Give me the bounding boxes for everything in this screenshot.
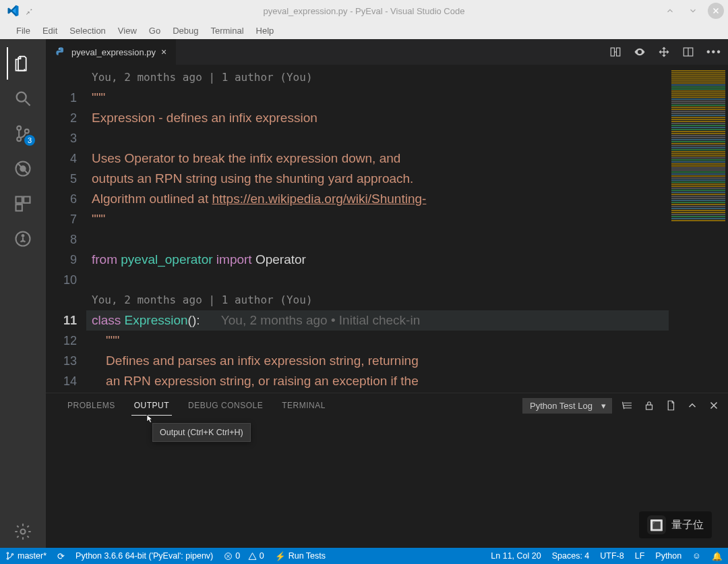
- line-gutter: 1 2 3 4 5 6 7 8 9 10 11 12 13 14: [46, 65, 86, 393]
- svg-point-10: [22, 234, 25, 237]
- activity-gitlens[interactable]: [7, 223, 39, 255]
- status-encoding[interactable]: UTF-8: [595, 548, 629, 564]
- activity-source-control[interactable]: 3: [7, 117, 39, 150]
- open-log-file-icon[interactable]: [665, 399, 677, 412]
- editor-actions: •••: [609, 39, 728, 65]
- inline-blame: You, 2 months ago • Initial check-in: [221, 313, 420, 327]
- compare-changes-icon[interactable]: [609, 46, 621, 58]
- more-actions-icon[interactable]: •••: [706, 46, 719, 58]
- menu-selection[interactable]: Selection: [64, 24, 111, 37]
- lock-scroll-icon[interactable]: [643, 399, 655, 412]
- minimap[interactable]: [669, 65, 728, 393]
- window-title: pyeval_expression.py - PyEval - Visual S…: [0, 6, 728, 16]
- menu-go[interactable]: Go: [144, 24, 166, 37]
- pin-icon[interactable]: [24, 6, 34, 16]
- output-channel-select[interactable]: Python Test Log: [522, 398, 612, 414]
- panel-tab-problems[interactable]: PROBLEMS: [58, 401, 125, 410]
- panel-maximize-icon[interactable]: [686, 399, 698, 412]
- clear-output-icon[interactable]: [621, 399, 634, 412]
- panel-tab-output[interactable]: OUTPUT: [125, 401, 179, 410]
- close-button[interactable]: [708, 3, 724, 19]
- panel-close-icon[interactable]: [708, 399, 720, 412]
- svg-point-5: [20, 165, 26, 171]
- status-run-tests[interactable]: ⚡Run Tests: [270, 548, 331, 564]
- activity-bar: 3: [0, 39, 46, 548]
- warning-icon: [248, 552, 257, 561]
- svg-point-17: [7, 553, 8, 554]
- svg-rect-6: [16, 197, 22, 203]
- svg-rect-16: [646, 405, 653, 410]
- titlebar: pyeval_expression.py - PyEval - Visual S…: [0, 0, 728, 22]
- svg-rect-8: [16, 204, 22, 210]
- error-icon: [224, 552, 233, 561]
- svg-point-1: [17, 126, 21, 130]
- python-file-icon: [55, 47, 66, 57]
- svg-rect-13: [611, 48, 614, 56]
- codelens-class[interactable]: You, 2 months ago | 1 author (You): [86, 290, 669, 310]
- status-eol[interactable]: LF: [630, 548, 650, 564]
- scm-badge: 3: [24, 135, 35, 146]
- activity-extensions[interactable]: [7, 188, 39, 220]
- svg-point-11: [21, 530, 26, 534]
- svg-point-0: [17, 92, 26, 102]
- status-cursor-position[interactable]: Ln 11, Col 20: [485, 548, 546, 564]
- code-content[interactable]: You, 2 months ago | 1 author (You) """ E…: [86, 65, 669, 393]
- menu-file[interactable]: File: [11, 24, 36, 37]
- menubar: File Edit Selection View Go Debug Termin…: [0, 22, 728, 39]
- maximize-button[interactable]: [685, 3, 701, 19]
- tab-filename: pyeval_expression.py: [71, 47, 156, 57]
- editor[interactable]: 1 2 3 4 5 6 7 8 9 10 11 12 13 14: [46, 65, 728, 393]
- svg-point-19: [11, 554, 13, 555]
- svg-point-18: [7, 558, 8, 559]
- menu-terminal[interactable]: Terminal: [205, 24, 249, 37]
- status-problems[interactable]: 0 0: [218, 548, 269, 564]
- tabbar: pyeval_expression.py × •••: [46, 39, 728, 65]
- activity-search[interactable]: [7, 82, 39, 115]
- menu-debug[interactable]: Debug: [167, 24, 204, 37]
- watermark-logo-icon: 🔳: [647, 515, 666, 534]
- svg-rect-7: [24, 197, 30, 203]
- activity-explorer[interactable]: [7, 47, 39, 80]
- codelens-file[interactable]: You, 2 months ago | 1 author (You): [86, 67, 669, 88]
- panel: PROBLEMS OUTPUT DEBUG CONSOLE TERMINAL P…: [46, 393, 728, 548]
- git-branch-icon: [5, 551, 15, 561]
- vscode-logo-icon: [7, 5, 19, 17]
- status-sync[interactable]: ⟳: [52, 548, 70, 564]
- activity-settings[interactable]: [7, 515, 39, 548]
- panel-tab-debug-console[interactable]: DEBUG CONSOLE: [179, 401, 272, 410]
- svg-rect-14: [617, 48, 620, 56]
- docstring-link[interactable]: https://en.wikipedia.org/wiki/Shunting-: [212, 192, 427, 206]
- svg-point-2: [17, 137, 21, 141]
- output-tooltip: Output (Ctrl+K Ctrl+H): [152, 423, 251, 442]
- status-feedback[interactable]: ☺: [687, 548, 706, 564]
- menu-edit[interactable]: Edit: [37, 24, 63, 37]
- activity-debug[interactable]: [7, 152, 39, 185]
- watermark: 🔳 量子位: [639, 511, 712, 538]
- toggle-file-blame-icon[interactable]: [634, 46, 646, 58]
- status-python-env[interactable]: Python 3.6.6 64-bit ('PyEval': pipenv): [70, 548, 218, 564]
- panel-tab-terminal[interactable]: TERMINAL: [272, 401, 335, 410]
- open-changes-icon[interactable]: [658, 46, 670, 58]
- tab-pyeval-expression[interactable]: pyeval_expression.py ×: [46, 39, 177, 65]
- status-language[interactable]: Python: [650, 548, 687, 564]
- split-editor-icon[interactable]: [682, 46, 694, 58]
- status-branch[interactable]: master*: [0, 548, 52, 564]
- svg-point-12: [59, 49, 59, 49]
- status-notifications[interactable]: 🔔: [706, 548, 728, 564]
- svg-point-3: [25, 130, 29, 134]
- statusbar: master* ⟳ Python 3.6.6 64-bit ('PyEval':…: [0, 548, 728, 564]
- tab-close-icon[interactable]: ×: [161, 47, 166, 57]
- status-indentation[interactable]: Spaces: 4: [547, 548, 595, 564]
- menu-view[interactable]: View: [113, 24, 142, 37]
- minimize-button[interactable]: [662, 3, 678, 19]
- menu-help[interactable]: Help: [251, 24, 280, 37]
